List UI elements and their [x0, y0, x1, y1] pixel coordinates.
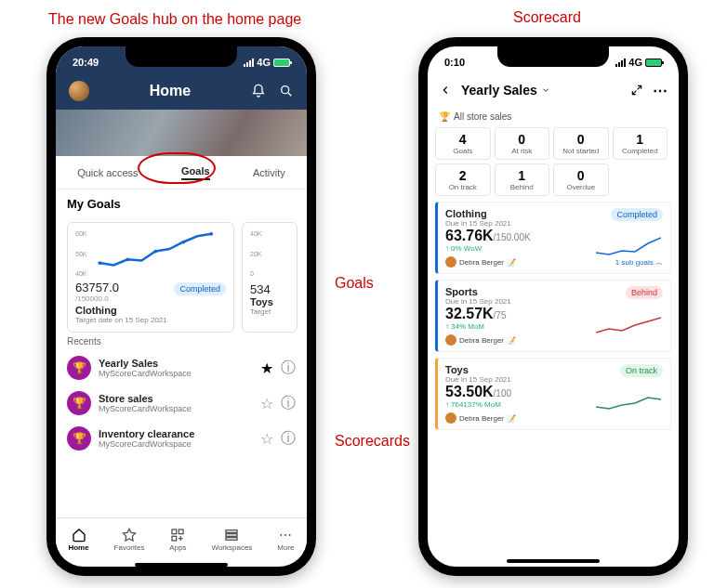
app-header: Home — [56, 72, 307, 110]
back-icon[interactable] — [439, 84, 452, 97]
network-label: 4G — [257, 57, 271, 68]
phone-frame-left: 20:49 4G Home Quick access Goals Activit… — [46, 37, 316, 576]
scorecard-title[interactable]: Yearly Sales — [461, 83, 550, 98]
breadcrumb[interactable]: 🏆 All store sales — [428, 108, 679, 127]
tab-strip: Quick access Goals Activity — [56, 156, 307, 189]
status-time: 20:49 — [73, 57, 99, 68]
signal-icon — [244, 59, 254, 67]
goal-owner[interactable]: Debra Berger 📝 — [445, 256, 516, 268]
tab-activity[interactable]: Activity — [253, 167, 285, 178]
scorecard-name: Inventory clearance — [99, 428, 253, 439]
goal-card-scroll[interactable]: 60K 50K 40K 63757.0 /150000.0 Completed — [56, 218, 307, 333]
summary-cell[interactable]: 4Goals — [435, 127, 491, 160]
bottom-tab-bar: Home Favorites Apps Workspaces ⋯More — [56, 517, 307, 560]
phone-frame-right: 0:10 4G Yearly Sales ⋯ 🏆 All store sales… — [418, 37, 688, 576]
tab-workspaces[interactable]: Workspaces — [211, 528, 252, 552]
goal-subtitle: Target — [250, 307, 289, 316]
chevron-down-icon — [541, 85, 550, 95]
tab-home[interactable]: Home — [68, 528, 88, 552]
status-badge: On track — [620, 364, 663, 377]
expand-icon[interactable] — [630, 84, 643, 97]
status-time: 0:10 — [444, 57, 465, 68]
goal-target: /150.00K — [494, 232, 531, 242]
info-icon[interactable]: ⓘ — [281, 429, 296, 449]
goal-list[interactable]: ClothingDue in 15 Sep 2021 Completed 63.… — [428, 202, 679, 556]
trophy-icon: 🏆 — [439, 111, 450, 122]
goal-name: Clothing — [75, 305, 226, 316]
summary-cell[interactable]: 0Overdue — [553, 163, 609, 196]
summary-cell[interactable]: 1Completed — [613, 127, 668, 160]
search-icon[interactable] — [279, 84, 294, 98]
bell-icon[interactable] — [251, 84, 266, 98]
svg-rect-9 — [226, 529, 237, 532]
goal-target: /75 — [494, 310, 507, 320]
goal-card[interactable]: 40K 20K 0 534 Toys Target — [242, 222, 298, 333]
svg-rect-10 — [226, 533, 237, 536]
scorecard-row[interactable]: 🏆 Store salesMyScoreCardWorkspace ☆ ⓘ — [67, 385, 296, 421]
tab-more[interactable]: ⋯More — [277, 528, 294, 552]
annotation-title-left: The new Goals hub on the home page — [48, 11, 301, 28]
status-badge: Completed — [174, 282, 226, 295]
info-icon[interactable]: ⓘ — [281, 359, 296, 378]
axis-tick: 0 — [250, 270, 289, 277]
network-label: 4G — [628, 57, 642, 68]
star-icon[interactable]: ★ — [260, 359, 273, 377]
scorecard-goal-card[interactable]: ToysDue in 15 Sep 2021 On track 53.50K/1… — [435, 358, 671, 430]
goal-value: 63.76K — [445, 228, 494, 243]
goal-card[interactable]: 60K 50K 40K 63757.0 /150000.0 Completed — [67, 222, 234, 333]
goal-name: Sports — [445, 286, 511, 297]
avatar[interactable] — [69, 81, 89, 101]
goal-target: /150000.0 — [75, 294, 119, 303]
svg-point-1 — [99, 261, 102, 265]
scorecard-workspace: MyScoreCardWorkspace — [99, 404, 253, 413]
info-icon[interactable]: ⓘ — [281, 394, 296, 413]
phone-screen-right: 0:10 4G Yearly Sales ⋯ 🏆 All store sales… — [428, 46, 679, 567]
axis-tick: 40K — [250, 230, 289, 237]
tab-quick-access[interactable]: Quick access — [77, 167, 138, 178]
scorecard-goal-card[interactable]: ClothingDue in 15 Sep 2021 Completed 63.… — [435, 202, 671, 274]
tab-goals[interactable]: Goals — [181, 165, 210, 180]
scorecard-row[interactable]: 🏆 Inventory clearanceMyScoreCardWorkspac… — [67, 421, 296, 456]
sparkline — [90, 230, 226, 277]
star-icon[interactable]: ☆ — [260, 430, 273, 448]
annotation-scorecards: Scorecards — [335, 433, 410, 450]
home-indicator — [135, 563, 228, 567]
goal-value: 53.50K — [445, 384, 494, 399]
goal-subtitle: Target date on 15 Sep 2021 — [75, 316, 226, 324]
summary-grid: 4Goals 0At risk 0Not started 1Completed … — [428, 127, 679, 202]
scorecard-row[interactable]: 🏆 Yearly SalesMyScoreCardWorkspace ★ ⓘ — [67, 350, 296, 385]
my-goals-section: My Goals — [56, 189, 307, 218]
sparkline — [596, 390, 661, 416]
my-goals-heading: My Goals — [67, 197, 296, 211]
summary-cell[interactable]: 2On track — [435, 163, 491, 196]
trophy-icon: 🏆 — [67, 356, 91, 380]
svg-rect-6 — [172, 529, 177, 534]
status-badge: Behind — [626, 286, 663, 299]
star-icon[interactable]: ☆ — [260, 395, 273, 412]
scorecard-workspace: MyScoreCardWorkspace — [99, 369, 253, 378]
summary-cell[interactable]: 0At risk — [495, 127, 550, 160]
annotation-goals: Goals — [335, 275, 374, 292]
sparkline — [596, 234, 661, 260]
trophy-icon: 🏆 — [67, 391, 91, 415]
goal-owner[interactable]: Debra Berger 📝 — [445, 412, 516, 424]
goal-value: 534 — [250, 282, 289, 296]
tab-favorites[interactable]: Favorites — [114, 528, 145, 552]
trophy-icon: 🏆 — [67, 426, 91, 451]
goal-value: 63757.0 — [75, 281, 119, 294]
tab-apps[interactable]: Apps — [169, 528, 186, 552]
goal-due: Due in 15 Sep 2021 — [445, 219, 511, 228]
svg-point-3 — [154, 250, 158, 254]
scorecard-goal-card[interactable]: SportsDue in 15 Sep 2021 Behind 32.57K/7… — [435, 280, 671, 352]
summary-cell[interactable]: 1Behind — [495, 163, 550, 196]
goal-owner[interactable]: Debra Berger 📝 — [445, 334, 516, 346]
phone-screen-left: 20:49 4G Home Quick access Goals Activit… — [56, 46, 307, 567]
axis-tick: 50K — [75, 251, 86, 257]
goal-name: Clothing — [445, 208, 511, 219]
more-icon[interactable]: ⋯ — [653, 82, 668, 99]
scorecard-header: Yearly Sales ⋯ — [428, 72, 679, 108]
goal-due: Due in 15 Sep 2021 — [445, 375, 511, 384]
summary-cell[interactable]: 0Not started — [553, 127, 609, 160]
goal-name: Toys — [445, 364, 511, 375]
scorecard-name: Yearly Sales — [99, 358, 253, 369]
